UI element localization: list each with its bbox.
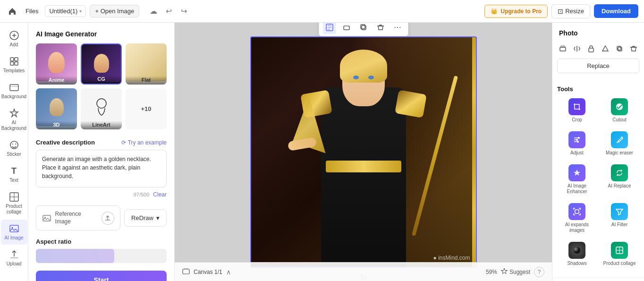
sidebar-item-upload[interactable]: Upload: [1, 246, 27, 271]
resize-button[interactable]: ⊡ Resize: [551, 4, 590, 18]
svg-rect-32: [575, 210, 579, 213]
style-item-cg-label: CG: [82, 75, 121, 84]
creative-description-header: Creative description ⟳ Try an example: [28, 135, 174, 150]
canvas-expand-button[interactable]: ∧: [226, 268, 231, 276]
replace-button[interactable]: Replace: [557, 59, 639, 73]
layers-icon[interactable]: [557, 43, 568, 55]
redraw-button[interactable]: ReDraw ▾: [124, 209, 167, 227]
adjust-label: Adjust: [570, 150, 584, 156]
creative-description-title: Creative description: [36, 139, 95, 146]
sidebar-item-label: Templates: [3, 68, 25, 74]
tool-cutout[interactable]: Cutout: [599, 94, 640, 127]
ai-replace-icon: [611, 164, 628, 181]
svg-rect-23: [561, 46, 565, 47]
magic-eraser-label: Magic eraser: [606, 150, 633, 156]
sidebar-item-label: Background: [1, 94, 26, 100]
reference-image-label: Reference Image: [55, 211, 98, 225]
description-textarea[interactable]: Generate an image with a golden necklace…: [36, 150, 167, 187]
sidebar-item-ai-background[interactable]: AI Background: [1, 104, 27, 135]
try-example-button[interactable]: ⟳ Try an example: [121, 139, 167, 146]
canvas-select-tool[interactable]: [323, 23, 336, 34]
sidebar-item-background[interactable]: Background: [1, 78, 27, 103]
files-button[interactable]: Files: [23, 6, 41, 17]
ai-image-icon: [9, 223, 19, 234]
duplicate-icon[interactable]: [614, 43, 625, 55]
sidebar-item-sticker[interactable]: Sticker: [1, 136, 27, 161]
tool-shadows[interactable]: Shadows: [556, 238, 598, 270]
style-item-3d[interactable]: 3D: [36, 88, 77, 129]
tools-grid: Crop Cutout Adjust Magi: [552, 94, 644, 274]
ai-replace-label: AI Replace: [608, 183, 631, 189]
tool-ai-expand[interactable]: AI expands images: [556, 199, 598, 237]
clear-button[interactable]: Clear: [153, 191, 167, 198]
delete-icon[interactable]: [628, 43, 639, 55]
svg-point-31: [621, 136, 623, 138]
reference-image-button[interactable]: Reference Image: [36, 205, 120, 230]
flip-icon[interactable]: [571, 43, 583, 55]
tool-ai-enhancer[interactable]: AI Image Enhancer: [556, 161, 598, 198]
tool-ai-filter[interactable]: AI Filter: [599, 199, 640, 237]
download-button[interactable]: Download: [594, 4, 638, 18]
style-item-more[interactable]: +10: [126, 88, 167, 129]
help-button[interactable]: ?: [534, 267, 544, 277]
svg-rect-1: [10, 58, 14, 61]
templates-icon: [9, 56, 19, 67]
crop-label: Crop: [572, 117, 582, 123]
tool-product-collage[interactable]: Product collage: [599, 238, 640, 270]
tool-adjust[interactable]: Adjust: [556, 128, 598, 160]
product-collage-icon: [611, 242, 628, 259]
ai-enhancer-icon: [568, 164, 585, 181]
lock-icon[interactable]: [585, 43, 597, 55]
crown-icon: 👑: [491, 8, 498, 15]
tool-magic-eraser[interactable]: Magic eraser: [599, 128, 640, 160]
style-item-flat[interactable]: Flat: [126, 43, 167, 85]
sidebar-item-add[interactable]: Add: [1, 26, 27, 51]
adjust-icon: [568, 131, 585, 148]
cloud-icon[interactable]: ☁: [147, 5, 160, 18]
tool-ai-replace[interactable]: AI Replace: [599, 161, 640, 198]
svg-point-28: [578, 137, 580, 139]
canvas-duplicate-tool[interactable]: [357, 23, 370, 34]
style-item-anime[interactable]: Anime: [36, 43, 77, 85]
ai-filter-icon: [611, 203, 628, 220]
shadows-icon: [568, 242, 585, 259]
upgrade-button[interactable]: 👑 Upgrade to Pro: [484, 5, 548, 18]
svg-rect-26: [618, 47, 622, 51]
ai-expand-label: AI expands images: [558, 222, 596, 233]
svg-point-8: [15, 144, 16, 145]
canvas-more-tool[interactable]: ⋯: [391, 23, 404, 34]
shuffle-icon: ⟳: [121, 139, 126, 146]
tool-crop[interactable]: Crop: [556, 94, 598, 127]
redo-button[interactable]: ↪: [177, 5, 190, 18]
ai-expand-icon: [568, 203, 585, 220]
svg-point-33: [574, 247, 580, 254]
sidebar-item-product-collage[interactable]: Product collage: [1, 188, 27, 219]
svg-marker-25: [602, 46, 608, 51]
description-textarea-wrap: Generate an image with a golden necklace…: [36, 150, 167, 189]
start-button[interactable]: Start: [36, 271, 167, 281]
sidebar-item-text[interactable]: T Text: [1, 162, 27, 187]
redraw-label: ReDraw: [131, 214, 153, 221]
sidebar-item-templates[interactable]: Templates: [1, 52, 27, 77]
sidebar-item-label: Product collage: [3, 204, 25, 215]
suggest-button[interactable]: Suggest: [501, 268, 530, 276]
ai-background-icon: [9, 108, 19, 119]
undo-button[interactable]: ↩: [162, 5, 175, 18]
mask-accordion-header[interactable]: ⌒ Mask ∨: [552, 278, 644, 281]
shadows-label: Shadows: [567, 261, 586, 266]
canvas-image[interactable]: ● insMind.com: [250, 36, 477, 268]
sidebar-item-label: Add: [10, 42, 18, 48]
open-image-button[interactable]: + Open Image: [90, 5, 139, 17]
canvas-delete-tool[interactable]: [374, 23, 387, 34]
canvas-layers-tool[interactable]: [340, 23, 353, 34]
file-title[interactable]: Untitled(1) ▾: [45, 5, 86, 17]
svg-rect-24: [589, 48, 593, 52]
style-item-lineart[interactable]: LineArt: [81, 88, 122, 129]
svg-point-12: [97, 99, 106, 108]
shape-icon[interactable]: [600, 43, 611, 55]
home-icon[interactable]: [6, 5, 19, 18]
style-item-cg[interactable]: CG: [81, 43, 122, 85]
char-count-row: 97/500 Clear: [28, 189, 174, 202]
sidebar-item-ai-image[interactable]: AI Image: [1, 220, 27, 245]
canvas-bottom-bar: Canvas 1/1 ∧ 59% Suggest ?: [175, 262, 552, 281]
